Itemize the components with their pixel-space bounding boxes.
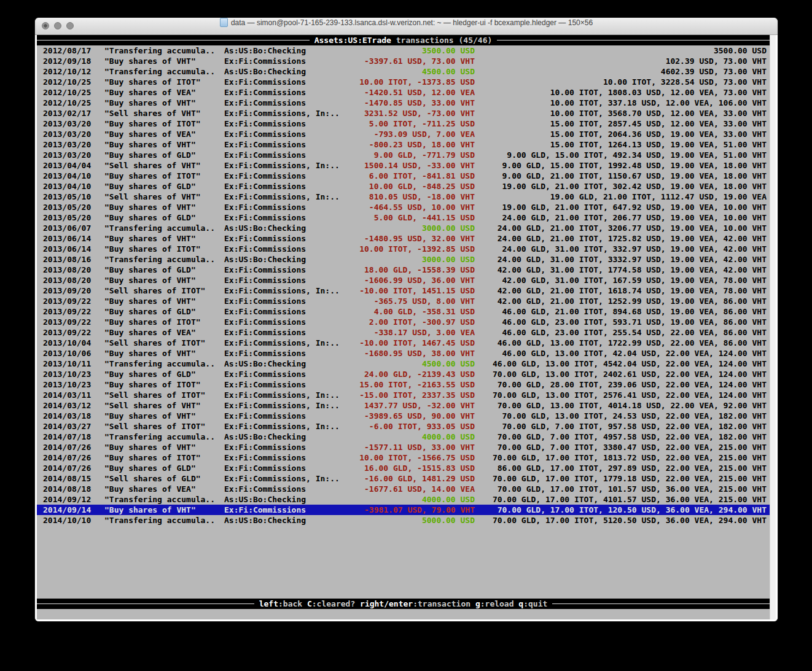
transaction-account: Ex:Fi:Commissions, In:.. (224, 400, 356, 411)
transaction-balance: 15.00 ITOT, 2857.45 USD, 12.00 VEA, 33.0… (475, 118, 767, 129)
transaction-change: -16.00 GLD, 1481.29 USD (356, 473, 475, 484)
transaction-row[interactable]: 2013/05/10"Sell shares of VHT"Ex:Fi:Comm… (37, 192, 770, 202)
transaction-row[interactable]: 2012/10/25"Buy shares of ITOT"Ex:Fi:Comm… (37, 77, 770, 87)
transaction-description: "Transfering accumula.. (104, 359, 224, 369)
transaction-date: 2012/10/12 (43, 66, 104, 77)
transaction-balance: 24.00 GLD, 31.00 ITOT, 3332.97 USD, 19.0… (475, 254, 767, 265)
transaction-account: Ex:Fi:Commissions (224, 56, 356, 66)
transaction-row[interactable]: 2014/07/26"Buy shares of VHT"Ex:Fi:Commi… (37, 442, 770, 452)
transaction-row[interactable]: 2013/10/06"Buy shares of VHT"Ex:Fi:Commi… (37, 348, 770, 359)
transaction-date: 2012/10/25 (43, 87, 104, 98)
transaction-row[interactable]: 2013/03/20"Buy shares of ITOT"Ex:Fi:Comm… (37, 118, 770, 129)
transaction-account: Ex:Fi:Commissions (224, 379, 356, 390)
transaction-row[interactable]: 2012/09/18"Buy shares of VHT"Ex:Fi:Commi… (37, 56, 770, 66)
transaction-row[interactable]: 2013/05/20"Buy shares of VHT"Ex:Fi:Commi… (37, 202, 770, 212)
transaction-description: "Buy shares of GLD" (104, 150, 224, 160)
transaction-change: 1500.14 USD, -33.00 VHT (356, 160, 475, 171)
transaction-account: Ex:Fi:Commissions (224, 265, 356, 275)
transaction-description: "Buy shares of VHT" (104, 275, 224, 285)
transaction-row[interactable]: 2013/02/17"Sell shares of VHT"Ex:Fi:Comm… (37, 108, 770, 118)
transaction-description: "Transfering accumula.. (104, 223, 224, 233)
transaction-account: Ex:Fi:Commissions, In:.. (224, 108, 356, 118)
transaction-change: -1420.51 USD, 12.00 VEA (356, 87, 475, 98)
transaction-row[interactable]: 2013/09/22"Buy shares of VHT"Ex:Fi:Commi… (37, 296, 770, 306)
transaction-row[interactable]: 2013/05/20"Buy shares of GLD"Ex:Fi:Commi… (37, 212, 770, 223)
transaction-description: "Buy shares of VEA" (104, 484, 224, 494)
transaction-description: "Sell shares of ITOT" (104, 338, 224, 348)
transaction-row[interactable]: 2013/08/16"Transfering accumula..As:US:B… (37, 254, 770, 265)
transaction-date: 2013/03/20 (43, 150, 104, 160)
transaction-row[interactable]: 2013/08/20"Buy shares of GLD"Ex:Fi:Commi… (37, 265, 770, 275)
transaction-row[interactable]: 2012/10/25"Buy shares of VEA"Ex:Fi:Commi… (37, 87, 770, 98)
transaction-change: -793.09 USD, 7.00 VEA (356, 129, 475, 139)
transaction-change: -10.00 ITOT, 1451.15 USD (356, 285, 475, 296)
transaction-row[interactable]: 2014/08/18"Buy shares of VEA"Ex:Fi:Commi… (37, 484, 770, 494)
transaction-date: 2014/09/12 (43, 494, 104, 505)
transaction-row[interactable]: 2014/09/14"Buy shares of VHT"Ex:Fi:Commi… (37, 505, 770, 515)
transaction-row[interactable]: 2013/09/20"Sell shares of ITOT"Ex:Fi:Com… (37, 285, 770, 296)
transaction-date: 2013/10/23 (43, 379, 104, 390)
transaction-balance: 70.00 GLD, 28.00 ITOT, 239.06 USD, 22.00… (475, 379, 767, 390)
transaction-description: "Buy shares of GLD" (104, 212, 224, 223)
transaction-date: 2014/08/15 (43, 473, 104, 484)
transaction-row[interactable]: 2013/08/20"Buy shares of VHT"Ex:Fi:Commi… (37, 275, 770, 285)
transactions-list: 2012/08/17"Transfering accumula..As:US:B… (37, 45, 770, 526)
transaction-row[interactable]: 2014/03/27"Sell shares of ITOT"Ex:Fi:Com… (37, 421, 770, 432)
transaction-row[interactable]: 2013/10/11"Transfering accumula..As:US:B… (37, 359, 770, 369)
transaction-date: 2013/05/20 (43, 202, 104, 212)
transaction-row[interactable]: 2013/06/14"Buy shares of VHT"Ex:Fi:Commi… (37, 233, 770, 244)
transaction-row[interactable]: 2014/09/12"Transfering accumula..As:US:B… (37, 494, 770, 505)
transaction-row[interactable]: 2014/03/12"Sell shares of VHT"Ex:Fi:Comm… (37, 400, 770, 411)
transaction-account: Ex:Fi:Commissions (224, 275, 356, 285)
transaction-row[interactable]: 2013/06/14"Buy shares of ITOT"Ex:Fi:Comm… (37, 244, 770, 254)
transaction-row[interactable]: 2013/10/23"Buy shares of GLD"Ex:Fi:Commi… (37, 369, 770, 379)
transaction-change: -3397.61 USD, 73.00 VHT (356, 56, 475, 66)
transaction-row[interactable]: 2013/04/10"Buy shares of GLD"Ex:Fi:Commi… (37, 181, 770, 192)
transaction-row[interactable]: 2014/03/11"Sell shares of ITOT"Ex:Fi:Com… (37, 390, 770, 400)
transaction-row[interactable]: 2014/08/15"Sell shares of GLD"Ex:Fi:Comm… (37, 473, 770, 484)
transaction-change: -1470.85 USD, 33.00 VHT (356, 98, 475, 108)
transaction-date: 2014/09/14 (43, 505, 104, 515)
desktop-background: data — simon@pool-71-165-239-133.lsanca.… (0, 0, 812, 671)
transaction-change: 10.00 ITOT, -1566.75 USD (356, 452, 475, 463)
transaction-row[interactable]: 2013/06/07"Transfering accumula..As:US:B… (37, 223, 770, 233)
transaction-row[interactable]: 2014/07/26"Buy shares of GLD"Ex:Fi:Commi… (37, 463, 770, 473)
transaction-balance: 10.00 ITOT, 3228.54 USD, 73.00 VHT (475, 77, 767, 87)
transaction-account: Ex:Fi:Commissions (224, 317, 356, 327)
transaction-row[interactable]: 2014/03/18"Buy shares of VHT"Ex:Fi:Commi… (37, 411, 770, 421)
scrollbar[interactable] (770, 35, 776, 619)
transaction-change: 9.00 GLD, -771.79 USD (356, 150, 475, 160)
transaction-row[interactable]: 2014/07/18"Transfering accumula..As:US:B… (37, 432, 770, 442)
transaction-row[interactable]: 2013/09/22"Buy shares of ITOT"Ex:Fi:Comm… (37, 317, 770, 327)
transaction-row[interactable]: 2013/10/23"Buy shares of ITOT"Ex:Fi:Comm… (37, 379, 770, 390)
transaction-balance: 10.00 ITOT, 1808.03 USD, 12.00 VEA, 73.0… (475, 87, 767, 98)
transaction-row[interactable]: 2013/10/04"Sell shares of ITOT"Ex:Fi:Com… (37, 338, 770, 348)
transaction-row[interactable]: 2014/07/26"Buy shares of ITOT"Ex:Fi:Comm… (37, 452, 770, 463)
transaction-date: 2012/10/25 (43, 77, 104, 87)
transaction-date: 2013/08/20 (43, 265, 104, 275)
transaction-description: "Buy shares of GLD" (104, 181, 224, 192)
transaction-row[interactable]: 2013/03/20"Buy shares of VHT"Ex:Fi:Commi… (37, 139, 770, 150)
transaction-account: Ex:Fi:Commissions (224, 212, 356, 223)
transaction-change: 5.00 ITOT, -711.25 USD (356, 118, 475, 129)
transaction-account: Ex:Fi:Commissions (224, 118, 356, 129)
transaction-date: 2013/09/22 (43, 296, 104, 306)
transaction-balance: 9.00 GLD, 15.00 ITOT, 1992.48 USD, 19.00… (475, 160, 767, 171)
transaction-description: "Buy shares of GLD" (104, 306, 224, 317)
transaction-row[interactable]: 2013/09/22"Buy shares of GLD"Ex:Fi:Commi… (37, 306, 770, 317)
transaction-row[interactable]: 2013/04/10"Buy shares of ITOT"Ex:Fi:Comm… (37, 171, 770, 181)
transaction-row[interactable]: 2013/04/04"Sell shares of VHT"Ex:Fi:Comm… (37, 160, 770, 171)
transaction-description: "Transfering accumula.. (104, 494, 224, 505)
transaction-account: Ex:Fi:Commissions (224, 202, 356, 212)
titlebar[interactable]: data — simon@pool-71-165-239-133.lsanca.… (35, 18, 778, 35)
transaction-row[interactable]: 2013/09/22"Buy shares of VEA"Ex:Fi:Commi… (37, 327, 770, 338)
transaction-row[interactable]: 2012/10/12"Transfering accumula..As:US:B… (37, 66, 770, 77)
transaction-row[interactable]: 2013/03/20"Buy shares of VEA"Ex:Fi:Commi… (37, 129, 770, 139)
transaction-row[interactable]: 2012/10/25"Buy shares of VHT"Ex:Fi:Commi… (37, 98, 770, 108)
transaction-row[interactable]: 2013/03/20"Buy shares of GLD"Ex:Fi:Commi… (37, 150, 770, 160)
transaction-change: -1480.95 USD, 32.00 VHT (356, 233, 475, 244)
transaction-date: 2013/09/22 (43, 306, 104, 317)
transaction-account: As:US:Bo:Checking (224, 254, 356, 265)
transaction-row[interactable]: 2012/08/17"Transfering accumula..As:US:B… (37, 45, 770, 56)
transaction-row[interactable]: 2014/10/10"Transfering accumula..As:US:B… (37, 515, 770, 526)
